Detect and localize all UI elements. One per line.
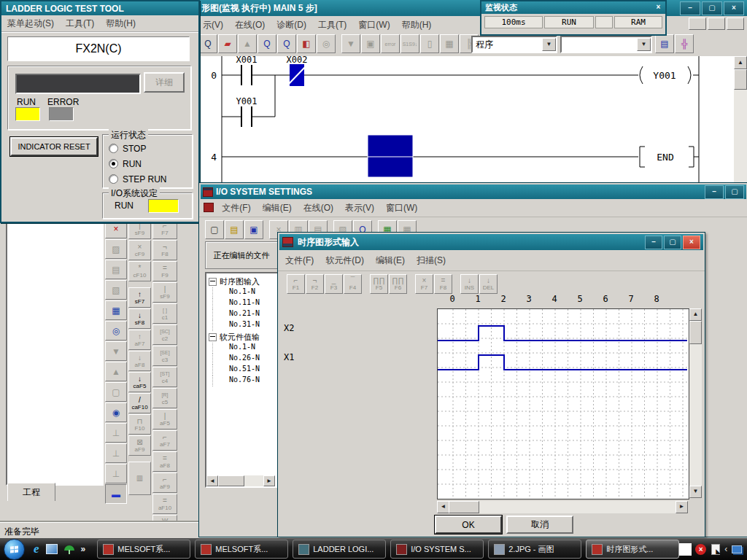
gx-menu-3[interactable]: 工具(T) — [318, 19, 347, 31]
step-ladder-icon[interactable]: ▥ — [128, 462, 151, 495]
device-combo[interactable]: ▼ — [560, 36, 652, 53]
maximize-button[interactable]: ▢ — [725, 185, 744, 199]
chevron-right-icon[interactable]: » — [81, 544, 86, 554]
restore-button[interactable]: ▢ — [702, 1, 722, 15]
tree-item[interactable]: No.1-N — [212, 287, 278, 298]
symbol-cF10[interactable]: *cF10 — [128, 261, 151, 281]
doc-find-icon[interactable]: ▤ — [655, 34, 674, 53]
timing-tool-ins[interactable]: ↓INS — [460, 274, 479, 294]
symbol-aF9[interactable]: ⌐aF9 — [152, 472, 177, 493]
minimize-button[interactable]: – — [645, 236, 662, 249]
timing-tool-f8[interactable]: =F8 — [434, 274, 452, 294]
close-button[interactable]: × — [683, 236, 700, 249]
insert-row-icon[interactable]: ▤ — [105, 260, 127, 279]
radio-icon[interactable] — [109, 144, 118, 153]
task-button-1[interactable]: MELSOFT系... — [195, 540, 288, 559]
indicator-reset-button[interactable]: INDICATOR RESET — [10, 137, 98, 156]
task-button-0[interactable]: MELSOFT系... — [97, 540, 190, 559]
symbol-aF8[interactable]: =aF8 — [152, 451, 177, 472]
monitor-zoom-icon[interactable]: ◎ — [105, 321, 127, 341]
task-button-2[interactable]: LADDER LOGI... — [293, 540, 386, 559]
task-button-4[interactable]: 2.JPG - 画图 — [488, 540, 581, 559]
scroll-thumb[interactable] — [218, 475, 244, 486]
device-batch-icon[interactable]: ▦ — [105, 300, 127, 320]
symbol-sF8[interactable]: ↓sF8 — [128, 308, 151, 329]
melsoft-tray-icon[interactable] — [679, 543, 692, 556]
symbol-c1[interactable]: [ ]c1 — [152, 303, 177, 324]
stamp-up-icon[interactable]: ▲ — [105, 362, 127, 381]
gx-menu-1[interactable]: 在线(O) — [235, 19, 265, 31]
test-tool-menu-0[interactable]: 菜单起动(S) — [7, 18, 54, 30]
collapse-minus-icon[interactable] — [209, 278, 217, 286]
symbol-cF9[interactable]: ×cF9 — [128, 240, 151, 260]
timing-tool-f4[interactable]: ¯F4 — [344, 274, 362, 294]
ladder-editor[interactable]: 04X001Y001X002Y001END — [197, 56, 735, 182]
comment-display-icon[interactable]: ◎ — [317, 34, 336, 53]
scroll-left-icon[interactable]: ◄ — [206, 475, 218, 486]
collapse-tray-icon[interactable]: ‹ — [724, 544, 727, 554]
symbol-c4[interactable]: [ST]c4 — [152, 367, 177, 387]
program-combo[interactable]: 程序▼ — [471, 36, 557, 53]
symbol-caF10[interactable]: /caF10 — [128, 393, 151, 413]
edit-mode-icon[interactable]: ▧ — [105, 280, 127, 300]
symbol-aF9[interactable]: ⊠aF9 — [128, 435, 151, 456]
open-folder-icon[interactable]: ▤ — [225, 220, 244, 239]
timing-menu-3[interactable]: 扫描(S) — [417, 254, 446, 267]
start-button[interactable] — [4, 539, 25, 560]
symbol-aF8[interactable]: ↓aF8 — [128, 351, 151, 371]
ladder-vscrollbar[interactable]: ▲ — [734, 56, 747, 182]
tree-item[interactable]: No.26-N — [212, 354, 278, 365]
tree-item[interactable]: No.76-N — [212, 376, 278, 386]
timing-tool-f6[interactable]: ∏∏F6 — [389, 274, 407, 294]
timing-tool-f7[interactable]: ×F7 — [415, 274, 433, 294]
symbol-aF5[interactable]: |aF5 — [152, 409, 177, 429]
radio-option-stop[interactable]: STOP — [109, 141, 192, 156]
stamp-down-icon[interactable]: ▼ — [105, 341, 127, 361]
write-device-icon[interactable]: ▨ — [105, 239, 127, 259]
tree-item[interactable]: No.11-N — [212, 298, 278, 309]
tree-item[interactable]: No.51-N — [212, 365, 278, 376]
ie-icon[interactable]: e — [34, 542, 39, 556]
tbar-c-icon[interactable]: ⊥ — [105, 464, 127, 483]
symbol-sF7[interactable]: ↑sF7 — [128, 287, 151, 308]
tree-hscrollbar[interactable]: ◄ ► — [206, 475, 275, 486]
radio-icon[interactable] — [109, 174, 118, 184]
tree-item[interactable]: No.1-N — [212, 343, 278, 354]
timing-menu-0[interactable]: 文件(F) — [285, 254, 314, 267]
scroll-thumb[interactable] — [449, 501, 479, 513]
project-panel[interactable] — [6, 219, 104, 486]
tree-node-1[interactable]: 软元件值输 — [209, 331, 278, 343]
scroll-up-icon[interactable]: ▲ — [734, 56, 747, 69]
partition-icon[interactable]: ▯ — [420, 34, 439, 53]
gx-menu-0[interactable]: 示(V) — [203, 19, 223, 31]
zoom-out-icon[interactable]: Q — [258, 34, 276, 53]
close-icon[interactable]: × — [653, 3, 664, 12]
monitor-mode-icon[interactable]: ▬ — [105, 484, 127, 504]
find-device-icon[interactable]: ◉ — [105, 402, 127, 422]
umbrella-icon[interactable] — [64, 545, 74, 554]
scroll-right-icon[interactable]: ► — [676, 501, 688, 513]
timing-tool-f1[interactable]: ⌐F1 — [287, 274, 305, 294]
symbol-caF5[interactable]: ↓caF5 — [128, 372, 151, 392]
document-tray-icon[interactable]: ◣ — [710, 544, 721, 555]
task-button-3[interactable]: I/O SYSTEM S... — [390, 540, 484, 559]
timing-tool-f2[interactable]: ¬F2 — [306, 274, 324, 294]
project-tab[interactable]: 工程 — [7, 483, 55, 501]
symbol-F8[interactable]: ¬F8 — [152, 240, 177, 260]
symbol-F9[interactable]: =F9 — [152, 261, 177, 281]
symbol-c3[interactable]: [SE]c3 — [152, 346, 177, 366]
network-icon[interactable] — [731, 544, 742, 555]
chevron-down-icon[interactable]: ▼ — [542, 38, 556, 51]
collapse-minus-icon[interactable] — [209, 333, 217, 341]
scroll-up-icon[interactable]: ▲ — [689, 308, 702, 321]
tree-item[interactable]: No.21-N — [212, 309, 278, 320]
gx-menu-4[interactable]: 窗口(W) — [358, 19, 390, 31]
radio-option-run[interactable]: RUN — [109, 156, 192, 171]
detail-button[interactable]: 详细 — [144, 72, 185, 93]
tbar-b-icon[interactable]: ⊥ — [105, 443, 127, 463]
io-menu-4[interactable]: 窗口(W) — [386, 202, 417, 214]
stop-tray-icon[interactable]: × — [695, 544, 706, 555]
gx-menu-5[interactable]: 帮助(H) — [402, 19, 432, 31]
zoom-in-icon[interactable]: Q — [277, 34, 296, 53]
timing-tool-f5[interactable]: ∏∏F5 — [370, 274, 388, 294]
